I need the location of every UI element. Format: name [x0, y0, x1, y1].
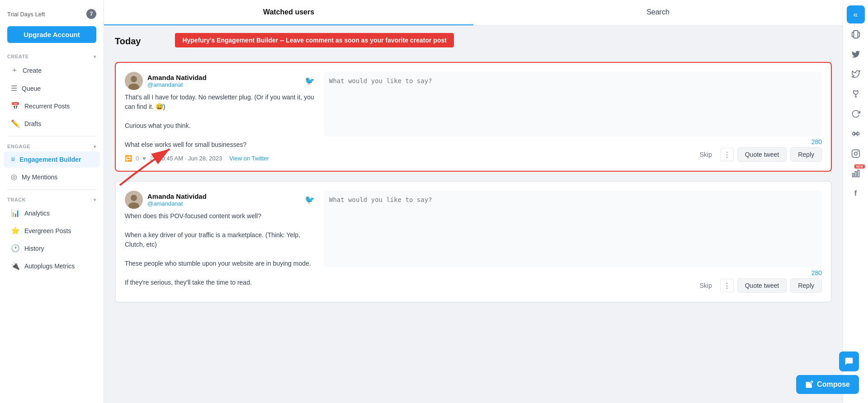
refresh-button[interactable] — [847, 105, 865, 123]
reply-button-2[interactable]: Reply — [790, 278, 822, 293]
track-section-header[interactable]: TRACK ▾ — [0, 193, 104, 204]
sidebar-item-analytics-label: Analytics — [24, 210, 50, 217]
cross-feature-button[interactable] — [847, 125, 865, 143]
top-tabs: Watched users Search — [104, 0, 843, 26]
quote-tweet-button-1[interactable]: Quote tweet — [737, 147, 787, 162]
instagram-button[interactable] — [847, 145, 865, 163]
svg-rect-11 — [852, 150, 859, 158]
quote-tweet-button-2[interactable]: Quote tweet — [737, 278, 787, 293]
post-footer-1: 🔁 0 ♥ 2 10:45 AM · Jun 28, 2023 View on … — [125, 155, 315, 162]
twitter-icon-2: 🐦 — [305, 195, 315, 205]
post-right-2: 280 Skip ⋮ Quote tweet Reply — [324, 191, 822, 293]
sidebar-item-recurrent-label: Recurrent Posts — [24, 103, 70, 110]
right-sidebar: « — [843, 0, 868, 403]
skip-button-1[interactable]: Skip — [695, 148, 716, 161]
post-handle-1[interactable]: @amandanat — [147, 81, 300, 88]
engagement-banner: Hypefury's Engagement Builder -- Leave c… — [175, 33, 454, 47]
sidebar-item-evergreen-label: Evergreen Posts — [24, 227, 71, 234]
reply-input-2[interactable] — [324, 191, 822, 267]
trial-label: Trial Days Left — [7, 11, 45, 18]
sidebar-item-create-label: Create — [23, 67, 42, 74]
sidebar-divider-1 — [7, 136, 96, 136]
post-handle-2[interactable]: @amandanat — [147, 200, 300, 207]
svg-point-10 — [857, 133, 859, 135]
svg-point-4 — [131, 195, 137, 201]
sidebar-item-queue-label: Queue — [22, 85, 41, 92]
skip-button-2[interactable]: Skip — [695, 279, 716, 292]
char-count-2: 280 — [324, 267, 822, 278]
engage-chevron-icon: ▾ — [94, 144, 96, 149]
svg-point-1 — [131, 76, 137, 82]
post-left-1: Amanda Natividad @amandanat 🐦 That's all… — [125, 72, 315, 162]
reply-actions-1: Skip ⋮ Quote tweet Reply — [324, 147, 822, 162]
post-stats-1: 🔁 0 ♥ 2 — [125, 155, 153, 162]
create-section-label: CREATE — [7, 54, 29, 59]
trial-bar: Trial Days Left 7 — [0, 5, 104, 23]
post-header-1: Amanda Natividad @amandanat 🐦 — [125, 72, 315, 90]
engage-section-header[interactable]: ENGAGE ▾ — [0, 140, 104, 151]
sidebar-item-drafts[interactable]: ✏️ Drafts — [4, 115, 100, 132]
create-chevron-icon: ▾ — [94, 54, 96, 59]
sidebar-item-queue[interactable]: ☰ Queue — [4, 80, 100, 97]
post-header-2: Amanda Natividad @amandanat 🐦 — [125, 191, 315, 209]
compose-button[interactable]: Compose — [796, 375, 859, 394]
view-on-twitter-1[interactable]: View on Twitter — [229, 155, 269, 162]
sidebar-item-my-mentions[interactable]: ◎ My Mentions — [4, 169, 100, 185]
sidebar-item-history[interactable]: 🕐 History — [4, 240, 100, 257]
sidebar-item-autoplugs-label: Autoplugs Metrics — [24, 262, 75, 270]
sidebar-item-engagement-builder[interactable]: ≡ Engagement Builder — [4, 151, 100, 168]
sidebar-item-recurrent[interactable]: 📅 Recurrent Posts — [4, 98, 100, 114]
post-body-1: That's all I have for today. No newslett… — [125, 93, 315, 150]
svg-point-9 — [852, 133, 854, 135]
history-icon: 🕐 — [11, 244, 20, 253]
reply-input-1[interactable] — [324, 72, 822, 136]
collapse-button[interactable]: « — [847, 5, 865, 23]
create-plus-icon: ＋ — [11, 66, 18, 75]
post-author-2: Amanda Natividad — [147, 192, 300, 200]
chat-button[interactable] — [839, 351, 859, 371]
chart-new-button[interactable] — [847, 164, 865, 183]
trial-badge: 7 — [86, 9, 96, 19]
analytics-icon: 📊 — [11, 209, 20, 217]
tab-search[interactable]: Search — [473, 0, 843, 25]
facebook-button[interactable]: f — [847, 184, 865, 202]
sidebar-item-engagement-builder-label: Engagement Builder — [19, 156, 81, 163]
tweet-feature-2-button[interactable] — [847, 65, 865, 83]
upgrade-account-button[interactable]: Upgrade Account — [7, 26, 96, 43]
like-count-1: 2 — [150, 155, 153, 162]
tweet-feature-1-button[interactable] — [847, 45, 865, 63]
more-options-button-2[interactable]: ⋮ — [720, 279, 734, 292]
engagement-builder-icon: ≡ — [11, 155, 15, 164]
drafts-icon: ✏️ — [11, 119, 20, 128]
main-content: Watched users Search Today Hypefury's En… — [104, 0, 843, 403]
svg-rect-15 — [855, 172, 856, 177]
avatar-2 — [125, 191, 143, 209]
retweet-count-1: 0 — [136, 155, 139, 162]
avatar-1 — [125, 72, 143, 90]
sidebar-item-autoplugs[interactable]: 🔌 Autoplugs Metrics — [4, 258, 100, 274]
create-section-header[interactable]: CREATE ▾ — [0, 50, 104, 61]
svg-rect-16 — [858, 170, 859, 177]
post-card-1: Amanda Natividad @amandanat 🐦 That's all… — [115, 62, 832, 172]
svg-rect-6 — [854, 31, 858, 38]
plug-feature-2-button[interactable] — [847, 85, 865, 103]
sidebar-item-analytics[interactable]: 📊 Analytics — [4, 205, 100, 221]
sidebar-item-evergreen[interactable]: ⭐ Evergreen Posts — [4, 222, 100, 239]
tab-watched-users[interactable]: Watched users — [104, 0, 473, 25]
date-label: Today — [115, 36, 141, 47]
plugin-button[interactable] — [847, 25, 865, 43]
engage-section-label: ENGAGE — [7, 144, 30, 149]
post-left-2: Amanda Natividad @amandanat 🐦 When does … — [125, 191, 315, 293]
compose-area: Compose — [796, 351, 859, 394]
more-options-button-1[interactable]: ⋮ — [720, 148, 734, 161]
svg-point-12 — [854, 152, 857, 155]
track-section-label: TRACK — [7, 197, 26, 202]
sidebar-item-history-label: History — [24, 245, 44, 252]
left-sidebar: Trial Days Left 7 Upgrade Account CREATE… — [0, 0, 104, 403]
date-banner-row: Today Hypefury's Engagement Builder -- L… — [115, 33, 832, 55]
sidebar-item-create[interactable]: ＋ Create — [4, 61, 100, 79]
char-count-1: 280 — [324, 136, 822, 147]
svg-rect-14 — [852, 173, 854, 177]
reply-button-1[interactable]: Reply — [790, 147, 822, 162]
autoplugs-icon: 🔌 — [11, 262, 20, 270]
